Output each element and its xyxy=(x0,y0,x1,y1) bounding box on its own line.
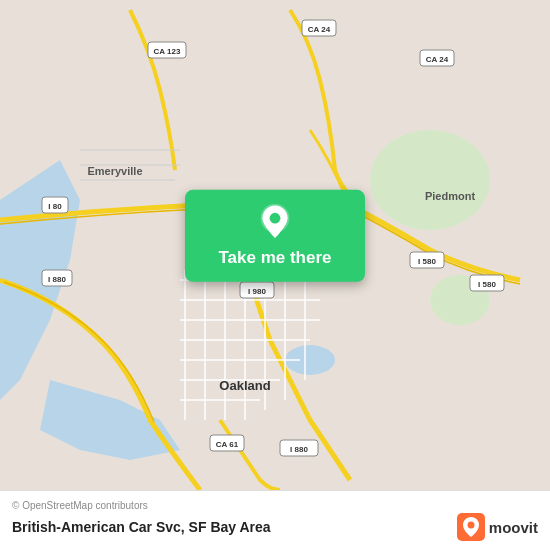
moovit-logo-icon xyxy=(457,513,485,541)
cta-label: Take me there xyxy=(218,248,331,268)
svg-point-47 xyxy=(270,213,281,224)
svg-text:Piedmont: Piedmont xyxy=(425,190,475,202)
svg-text:I 80: I 80 xyxy=(48,202,62,211)
svg-text:I 580: I 580 xyxy=(418,257,436,266)
svg-text:CA 61: CA 61 xyxy=(216,440,239,449)
svg-text:CA 24: CA 24 xyxy=(308,25,331,34)
moovit-text: moovit xyxy=(489,519,538,536)
svg-text:CA 123: CA 123 xyxy=(154,47,181,56)
svg-text:I 880: I 880 xyxy=(48,275,66,284)
place-name: British-American Car Svc, SF Bay Area xyxy=(12,519,271,535)
svg-point-4 xyxy=(370,130,490,230)
svg-text:I 980: I 980 xyxy=(248,287,266,296)
svg-point-49 xyxy=(467,522,474,529)
bottom-content: British-American Car Svc, SF Bay Area mo… xyxy=(12,513,538,541)
bottom-bar: © OpenStreetMap contributors British-Ame… xyxy=(0,490,550,550)
map-container: I 80 I 880 I 880 I 980 I 580 I 580 CA 12… xyxy=(0,0,550,490)
map-attribution: © OpenStreetMap contributors xyxy=(12,500,538,511)
take-me-there-button[interactable]: Take me there xyxy=(185,190,365,282)
moovit-logo: moovit xyxy=(457,513,538,541)
svg-text:Emeryville: Emeryville xyxy=(87,165,142,177)
svg-text:Oakland: Oakland xyxy=(219,378,270,393)
svg-text:I 880: I 880 xyxy=(290,445,308,454)
svg-text:I 580: I 580 xyxy=(478,280,496,289)
location-pin-icon xyxy=(257,204,293,240)
svg-text:CA 24: CA 24 xyxy=(426,55,449,64)
